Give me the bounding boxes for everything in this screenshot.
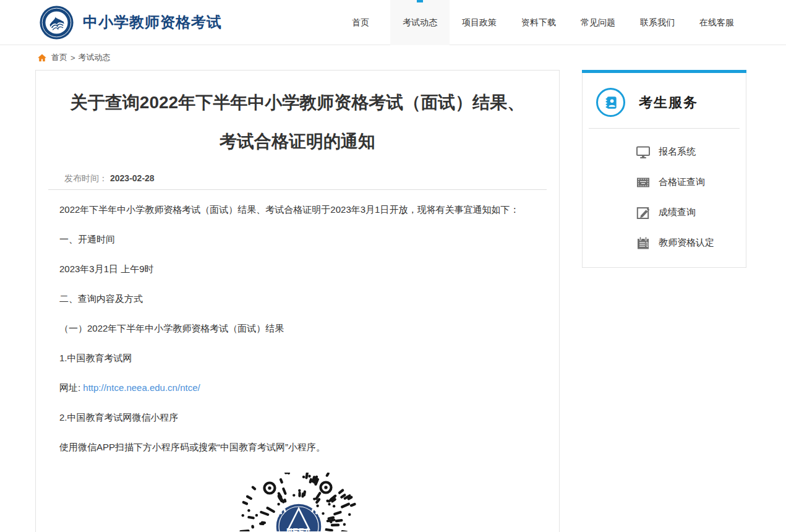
article-paragraph: 一、开通时间 xyxy=(48,225,547,254)
article-paragraph: 1.中国教育考试网 xyxy=(48,343,547,373)
site-header: 中小学教师资格考试 首页考试动态项目政策资料下载常见问题联系我们在线客服 xyxy=(0,0,786,45)
breadcrumb: 首页 > 考试动态 xyxy=(0,45,786,70)
page-title: 关于查询2022年下半年中小学教师资格考试（面试）结果、 考试合格证明的通知 xyxy=(48,83,547,161)
service-item-label: 报名系统 xyxy=(659,146,696,158)
article-paragraph: 二、查询内容及方式 xyxy=(48,284,547,314)
service-item-label: 成绩查询 xyxy=(659,207,696,218)
article-paragraph: 2023年3月1日 上午9时 xyxy=(48,254,547,284)
article-paragraph: （一）2022年下半年中小学教师资格考试（面试）结果 xyxy=(48,314,547,343)
article-paragraph: 2022年下半年中小学教师资格考试（面试）结果、考试合格证明于2023年3月1日… xyxy=(48,195,547,225)
breadcrumb-home[interactable]: 首页 xyxy=(51,52,67,63)
service-list: 报名系统合格证查询成绩查询教师资格认定 xyxy=(583,129,746,267)
article-paragraph: 网址: http://ntce.neea.edu.cn/ntce/ xyxy=(48,373,547,403)
nav-item-policies[interactable]: 项目政策 xyxy=(450,0,509,45)
article-box: 关于查询2022年下半年中小学教师资格考试（面试）结果、 考试合格证明的通知 发… xyxy=(35,70,560,532)
notepad-icon xyxy=(636,236,651,251)
sidebar-title: 考生服务 xyxy=(639,93,698,112)
monitor-icon xyxy=(636,145,651,160)
candidate-services-icon xyxy=(596,88,625,117)
ntce-link[interactable]: http://ntce.neea.edu.cn/ntce/ xyxy=(83,382,200,393)
mini-program-qr-code: NEEA xyxy=(239,473,356,531)
svg-text:NEEA: NEEA xyxy=(286,526,311,531)
nav-item-home[interactable]: 首页 xyxy=(331,0,390,45)
nav-item-faq[interactable]: 常见问题 xyxy=(568,0,628,45)
service-item-label: 合格证查询 xyxy=(659,176,705,188)
active-tab-marker-icon xyxy=(417,0,423,2)
service-item-teacher-certification[interactable]: 教师资格认定 xyxy=(583,228,746,258)
nav-item-contact[interactable]: 联系我们 xyxy=(628,0,687,45)
candidate-services-panel: 考生服务 报名系统合格证查询成绩查询教师资格认定 xyxy=(582,70,746,268)
breadcrumb-current: 考试动态 xyxy=(79,52,111,63)
site-title: 中小学教师资格考试 xyxy=(83,12,222,32)
article-body: 2022年下半年中小学教师资格考试（面试）结果、考试合格证明于2023年3月1日… xyxy=(48,195,547,462)
neea-emblem: NEEA xyxy=(273,504,323,531)
home-icon xyxy=(37,53,47,62)
service-item-label: 教师资格认定 xyxy=(659,237,714,249)
qr-eye-right xyxy=(321,483,331,493)
link-prefix: 网址: xyxy=(59,382,83,393)
service-item-score-query[interactable]: 成绩查询 xyxy=(583,197,746,228)
qr-eye-left xyxy=(265,483,275,494)
main-area: 关于查询2022年下半年中小学教师资格考试（面试）结果、 考试合格证明的通知 发… xyxy=(0,70,786,532)
publish-label: 发布时间： xyxy=(64,173,108,183)
article-paragraph: 使用微信APP扫描下方小程序码或搜索“中国教育考试网”小程序。 xyxy=(48,432,547,462)
breadcrumb-separator: > xyxy=(70,53,75,62)
publish-date: 2023-02-28 xyxy=(110,173,155,183)
certificate-icon xyxy=(636,175,651,190)
nav-item-online-service[interactable]: 在线客服 xyxy=(687,0,746,45)
service-item-signup-system[interactable]: 报名系统 xyxy=(583,137,746,167)
sidebar-header: 考生服务 xyxy=(583,73,746,128)
page-title-line1: 关于查询2022年下半年中小学教师资格考试（面试）结果、 xyxy=(48,83,547,122)
article-paragraph: 2.中国教育考试网微信小程序 xyxy=(48,403,547,432)
nav-item-downloads[interactable]: 资料下载 xyxy=(509,0,568,45)
main-nav: 首页考试动态项目政策资料下载常见问题联系我们在线客服 xyxy=(331,0,746,45)
pencil-square-icon xyxy=(636,205,651,220)
nav-item-exam-news[interactable]: 考试动态 xyxy=(390,0,450,45)
page-title-line2: 考试合格证明的通知 xyxy=(48,122,547,161)
site-logo-icon xyxy=(39,5,74,40)
meta-divider xyxy=(48,189,547,190)
service-item-certificate-query[interactable]: 合格证查询 xyxy=(583,167,746,197)
publish-meta: 发布时间：2023-02-28 xyxy=(48,173,547,184)
